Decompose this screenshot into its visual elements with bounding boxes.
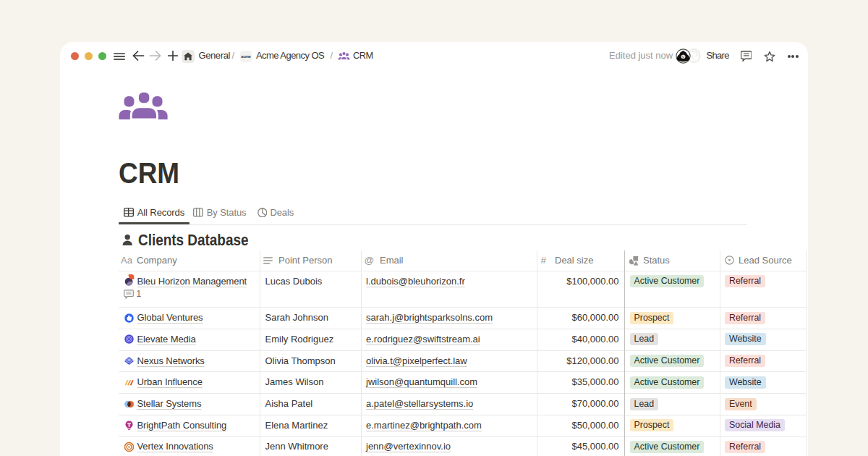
svg-text:acme: acme (241, 54, 251, 59)
